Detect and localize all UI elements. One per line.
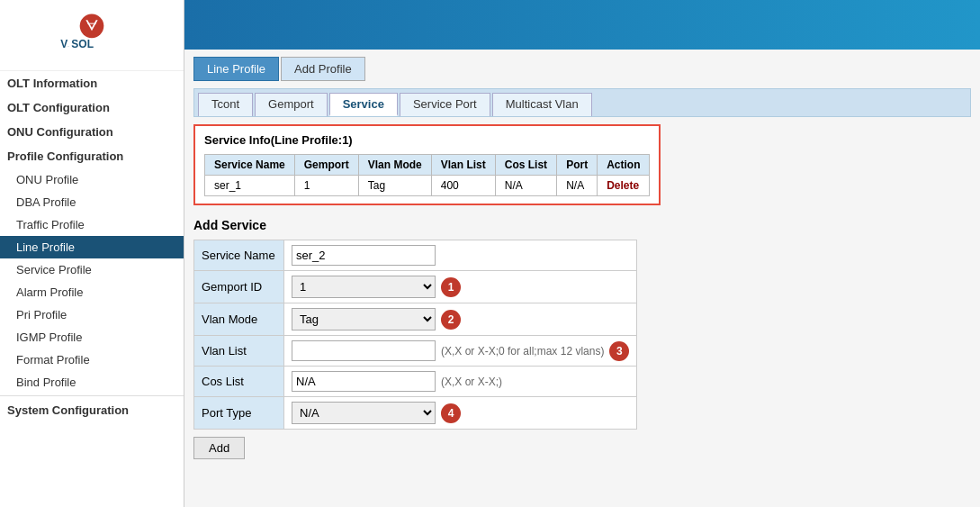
sub-tabs: Tcont Gemport Service Service Port Multi… [193,88,971,117]
svg-text:·: · [67,43,68,49]
sidebar-item-dba-profile[interactable]: DBA Profile [0,191,184,213]
main-area: Line Profile Add Profile Tcont Gemport S… [184,0,980,507]
sub-tab-tcont[interactable]: Tcont [198,93,253,116]
service-info-table: Service Name Gemport Vlan Mode Vlan List… [204,154,650,196]
tab-line-profile[interactable]: Line Profile [193,57,279,81]
sub-tab-gemport[interactable]: Gemport [255,93,328,116]
label-cos-list: Cos List [194,367,284,397]
sub-tab-service-port[interactable]: Service Port [400,93,490,116]
vlan-list-input[interactable] [292,340,436,361]
sidebar-item-alarm-profile[interactable]: Alarm Profile [0,281,184,303]
input-cell-gemport-id: 1234 1 [284,271,637,303]
label-gemport-id: Gemport ID [194,271,284,303]
sidebar-item-olt-configuration[interactable]: OLT Configuration [0,95,184,120]
form-row-gemport-id: Gemport ID 1234 1 [194,271,637,303]
svg-point-0 [80,14,104,39]
form-row-vlan-list: Vlan List (X,X or X-X;0 for all;max 12 v… [194,336,637,367]
col-service-name: Service Name [205,155,295,176]
sub-tab-multicast-vlan[interactable]: Multicast Vlan [492,93,592,116]
badge-4: 4 [441,403,461,423]
cell-action[interactable]: Delete [598,176,650,196]
form-row-vlan-mode: Vlan Mode TagTransparentTranslation 2 [194,303,637,336]
sidebar: V · SOL OLT Information OLT Configuratio… [0,0,184,507]
col-vlan-list: Vlan List [431,155,495,176]
sidebar-item-bind-profile[interactable]: Bind Profile [0,371,184,394]
sidebar-item-onu-profile[interactable]: ONU Profile [0,168,184,191]
vsol-logo: V · SOL [56,9,128,59]
col-cos-list: Cos List [495,155,556,176]
cell-vlan-list: 400 [431,176,495,196]
cell-vlan-mode: Tag [358,176,431,196]
add-button[interactable]: Add [193,437,245,459]
sidebar-item-olt-information[interactable]: OLT Information [0,71,184,95]
table-row: ser_1 1 Tag 400 N/A N/A Delete [205,176,650,196]
sidebar-item-pri-profile[interactable]: Pri Profile [0,303,184,326]
sidebar-item-format-profile[interactable]: Format Profile [0,349,184,371]
header-bar [184,0,980,50]
sidebar-item-profile-configuration[interactable]: Profile Configuration [0,144,184,168]
label-port-type: Port Type [194,397,284,430]
input-cell-service-name [284,240,637,271]
sidebar-item-line-profile[interactable]: Line Profile [0,236,184,258]
add-service-form: Service Name Gemport ID 1234 1 [193,240,637,430]
gemport-id-select[interactable]: 1234 [292,276,436,298]
cell-port: N/A [557,176,598,196]
service-info-title: Service Info(Line Profile:1) [204,133,650,147]
form-row-port-type: Port Type N/AETHPOTSUSBE1 4 [194,397,637,430]
input-cell-vlan-mode: TagTransparentTranslation 2 [284,303,637,336]
cell-cos-list: N/A [495,176,556,196]
col-gemport: Gemport [294,155,358,176]
sidebar-item-traffic-profile[interactable]: Traffic Profile [0,213,184,236]
col-port: Port [557,155,598,176]
badge-1: 1 [441,277,461,297]
vlan-mode-select[interactable]: TagTransparentTranslation [292,308,436,330]
input-cell-cos-list: (X,X or X-X;) [284,367,637,397]
form-row-service-name: Service Name [194,240,637,271]
content-area: Line Profile Add Profile Tcont Gemport S… [184,50,980,507]
col-vlan-mode: Vlan Mode [358,155,431,176]
cell-service-name: ser_1 [205,176,295,196]
label-vlan-list: Vlan List [194,336,284,367]
vlan-list-hint: (X,X or X-X;0 for all;max 12 vlans) [441,345,604,358]
label-service-name: Service Name [194,240,284,271]
port-type-select[interactable]: N/AETHPOTSUSBE1 [292,402,436,424]
service-info-box: Service Info(Line Profile:1) Service Nam… [193,124,661,205]
tab-add-profile[interactable]: Add Profile [281,57,365,81]
label-vlan-mode: Vlan Mode [194,303,284,336]
sidebar-item-igmp-profile[interactable]: IGMP Profile [0,326,184,349]
cos-list-hint: (X,X or X-X;) [441,376,502,388]
logo-area: V · SOL [0,0,184,71]
svg-text:V: V [60,38,67,50]
sidebar-item-service-profile[interactable]: Service Profile [0,258,184,281]
input-cell-vlan-list: (X,X or X-X;0 for all;max 12 vlans) 3 [284,336,637,367]
sidebar-item-system-configuration[interactable]: System Configuration [0,398,184,422]
svg-text:SOL: SOL [71,38,94,50]
form-row-cos-list: Cos List (X,X or X-X;) [194,367,637,397]
badge-3: 3 [609,341,629,361]
cos-list-input[interactable] [292,371,436,392]
service-name-input[interactable] [292,245,436,266]
cell-gemport: 1 [294,176,358,196]
input-cell-port-type: N/AETHPOTSUSBE1 4 [284,397,637,430]
sidebar-item-onu-configuration[interactable]: ONU Configuration [0,120,184,144]
top-tabs: Line Profile Add Profile [193,57,971,81]
sub-tab-service[interactable]: Service [329,93,398,116]
add-service-title: Add Service [193,218,971,232]
badge-2: 2 [441,310,461,330]
delete-link[interactable]: Delete [607,179,639,192]
col-action: Action [598,155,650,176]
